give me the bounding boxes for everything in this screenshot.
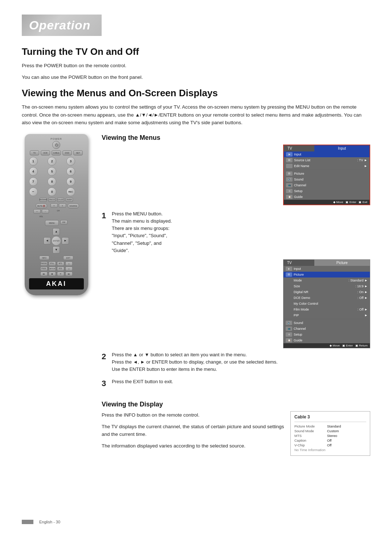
playpause-button[interactable]: ⏯ xyxy=(57,272,64,276)
ch-up2[interactable]: ∧ xyxy=(65,262,73,266)
dce-button[interactable]: DCE xyxy=(57,267,64,271)
num-3[interactable]: 3 xyxy=(66,157,75,166)
viewing-display-section: Viewing the Display Cable 3 Picture Mode… xyxy=(102,401,370,456)
power-button[interactable]: ⏻ xyxy=(52,141,60,149)
menu-button[interactable]: MENU xyxy=(45,220,59,226)
section1-body1: Press the POWER button on the remote con… xyxy=(22,62,370,70)
pic-size-label: Size xyxy=(294,284,355,288)
sound-label: Sound xyxy=(294,178,367,181)
display-picture-mode-row: Picture Mode Standard xyxy=(294,424,366,428)
step-1-text: Press the MENU button. The main menu is … xyxy=(112,210,370,254)
vol-down[interactable]: − xyxy=(42,209,49,214)
vol-ch-row: MUTE 🔇 + − VOL ∧ ∨ CH SOURCE xyxy=(29,203,84,219)
info-exit-row: INFO EXIT xyxy=(29,256,84,260)
pic-pip-item: PIP ► xyxy=(283,312,370,318)
section-turning-tv: Turning the TV On and Off Press the POWE… xyxy=(22,46,370,81)
nav-down-button[interactable]: ▼ xyxy=(53,246,60,254)
ch-down[interactable]: ∨ xyxy=(59,203,66,208)
pip-button[interactable]: PIP xyxy=(60,220,68,224)
step-3-text: Press the EXIT button to exit. xyxy=(112,378,370,388)
menu-input-body: ▶ Input 🖼 Source List : TV ► Edit Name ► xyxy=(284,151,369,200)
ch-label: CH xyxy=(55,208,62,213)
display-notime-row: No Time Information xyxy=(294,448,366,452)
display-picture-mode-key: Picture Mode xyxy=(294,424,327,428)
edit-name-label: Edit Name xyxy=(294,164,364,168)
num-2[interactable]: 2 xyxy=(48,157,56,166)
mts-button[interactable]: MTS xyxy=(57,262,64,266)
pic-mode-value: : Standard ► xyxy=(348,279,368,282)
chlist-button[interactable]: CH LIST xyxy=(57,198,64,202)
display-vchip-row: V-Chip Off xyxy=(294,443,366,447)
nav-cross: ▲ ▼ ◄ ► ENTER xyxy=(44,228,69,254)
menu-input-header: TV Input xyxy=(284,145,369,151)
nav-left-button[interactable]: ◄ xyxy=(44,237,51,244)
num-6[interactable]: 6 xyxy=(66,167,75,176)
display-vchip-val: Off xyxy=(327,443,332,447)
menu-input-footer: ◆ Move ▣ Enter ▣ Exit xyxy=(284,200,369,204)
transport-row: ⏮ ⏹ ⏯ ⏭ xyxy=(29,272,84,276)
input-icon: ▶ xyxy=(286,152,293,157)
tv-button[interactable]: TV xyxy=(30,150,39,155)
vcr-button[interactable]: VCR xyxy=(41,150,50,155)
antenna-button[interactable]: ANTENNA xyxy=(40,198,47,202)
page-title: Operation xyxy=(29,18,91,32)
pic-sound-item: 🔊 Sound xyxy=(283,320,370,326)
ch-down2[interactable]: ∨ xyxy=(65,267,73,271)
pic-channel-icon: 📺 xyxy=(286,327,292,331)
pic-dce-icon xyxy=(286,296,292,300)
source-button[interactable]: SOURCE xyxy=(68,203,79,208)
nav-right-button[interactable]: ► xyxy=(62,237,69,244)
mute-button[interactable]: MUTE 🔇 xyxy=(36,203,47,208)
stop-button[interactable]: ⏹ xyxy=(49,272,56,276)
num-4[interactable]: 4 xyxy=(29,167,38,176)
pic-dnr-value: : On ► xyxy=(358,290,368,294)
step-2-row: 2 Press the ▲ or ▼ button to select an i… xyxy=(102,351,370,373)
pic-picture-item: 🖼 Picture xyxy=(283,272,370,277)
num-0[interactable]: 0 xyxy=(48,187,56,196)
display-info-box: Cable 3 Picture Mode Standard Sound Mode… xyxy=(290,411,370,456)
menu-channel-item: 📺 Channel xyxy=(284,182,369,188)
pic-pip-icon xyxy=(286,313,292,317)
akai-brand-logo: AKAI xyxy=(29,278,84,289)
num-dash[interactable]: − xyxy=(29,187,38,196)
menu-input-mockup: TV Input ▶ Input 🖼 Source List : TV ► xyxy=(283,145,370,205)
menu-setup-item: ⚙ Setup xyxy=(284,188,369,194)
dvd-button[interactable]: DVD xyxy=(62,150,72,155)
viewing-display-title: Viewing the Display xyxy=(102,401,370,408)
display-sound-mode-key: Sound Mode xyxy=(294,429,327,433)
num-9[interactable]: 9 xyxy=(66,177,75,186)
rec-button[interactable]: REC xyxy=(66,187,75,196)
still-button[interactable]: STILL xyxy=(49,262,56,266)
vol-up[interactable]: + xyxy=(33,209,41,214)
psize-button[interactable]: PSIZE xyxy=(40,267,48,271)
ff-button[interactable]: ⏭ xyxy=(65,272,73,276)
num-7[interactable]: 7 xyxy=(29,177,38,186)
menu-picture-item: 🖼 Picture xyxy=(284,171,369,177)
exit-button[interactable]: EXIT xyxy=(63,256,73,260)
pmode-button[interactable]: PMODE xyxy=(40,262,48,266)
menu-picture-mockup: TV Picture ▶ Input 🖼 Picture Mode xyxy=(283,259,370,348)
channel-label: Channel xyxy=(294,183,367,187)
cable-button[interactable]: CABLE xyxy=(52,150,61,155)
sleep-button[interactable]: SLEEP xyxy=(66,198,73,202)
info-button[interactable]: INFO xyxy=(39,256,49,260)
menu-header-tv-label: TV xyxy=(284,145,314,151)
guide-label: Guide xyxy=(294,195,367,199)
num-8[interactable]: 8 xyxy=(48,177,56,186)
favch-button[interactable]: FAV.CH xyxy=(48,198,56,202)
menu-pip-row: MENU PIP xyxy=(29,220,84,226)
set-button[interactable]: SET xyxy=(73,150,83,155)
display-channel: Cable 3 xyxy=(294,414,366,420)
num-1[interactable]: 1 xyxy=(29,157,38,166)
ch-up[interactable]: ∧ xyxy=(50,203,58,208)
section1-body2: You can also use the POWER button on the… xyxy=(22,73,370,81)
step-3-number: 3 xyxy=(102,379,108,388)
num-5[interactable]: 5 xyxy=(48,167,56,176)
pic-filmmode-icon xyxy=(286,307,292,312)
pic-input-icon: ▶ xyxy=(286,267,292,271)
input-label: Input xyxy=(294,153,367,156)
caption-button[interactable]: CAPTION xyxy=(49,267,56,271)
rew-button[interactable]: ⏮ xyxy=(40,272,48,276)
nav-up-button[interactable]: ▲ xyxy=(53,228,60,235)
enter-button[interactable]: ENTER xyxy=(52,236,61,246)
